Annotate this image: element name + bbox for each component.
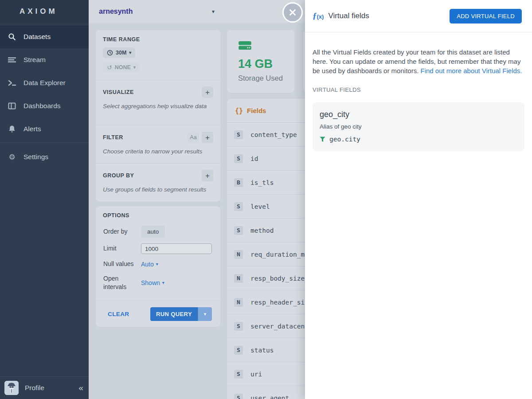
field-row[interactable]: Nreq_duration_ms [227, 243, 317, 266]
field-row[interactable]: Sid [227, 147, 317, 171]
field-type-badge: S [234, 346, 243, 355]
sidebar-item-alerts[interactable]: Alerts [0, 117, 89, 141]
virtual-fields-section-label: VIRTUAL FIELDS [313, 86, 524, 93]
options-card: OPTIONS Order by auto Limit Null values … [96, 206, 220, 327]
history-icon: ↺ [107, 64, 112, 71]
collapse-sidebar-icon[interactable]: « [78, 383, 83, 393]
open-intervals-select[interactable]: Shown ▾ [141, 279, 164, 286]
field-type-badge: S [234, 226, 243, 235]
field-type-badge: S [234, 370, 243, 379]
field-type-badge: B [234, 178, 243, 187]
bell-icon [7, 124, 17, 134]
virtual-fields-panel: ƒ(x) Virtual fields ADD VIRTUAL FIELD Al… [305, 0, 532, 399]
sidebar-item-label: Data Explorer [23, 79, 66, 87]
field-name: server_datacent [250, 323, 309, 330]
filter-funnel-icon [320, 137, 325, 142]
run-query-button[interactable]: RUN QUERY [150, 307, 198, 321]
storage-value: 14 GB [238, 57, 294, 71]
virtual-fields-docs-link[interactable]: Find out more about Virtual Fields. [420, 67, 522, 74]
field-row[interactable]: Suser_agent [227, 386, 317, 399]
field-row[interactable]: Scontent_type [227, 123, 317, 147]
field-name: resp_body_size_ [250, 275, 309, 282]
avatar[interactable] [4, 381, 19, 395]
axiom-app: AXIOM Datasets Stream Data Explorer [0, 0, 532, 399]
fields-panel-title: Fields [247, 107, 266, 114]
sidebar-item-settings[interactable]: ⚙ Settings [0, 145, 89, 168]
sidebar-item-label: Dashboards [23, 102, 61, 110]
add-visualization-button[interactable]: + [202, 86, 213, 98]
field-name: method [250, 227, 274, 234]
add-filter-button[interactable]: + [202, 132, 213, 143]
order-by-value[interactable]: auto [141, 226, 165, 238]
filter-section: FILTER Aa + Choose criteria to narrow yo… [96, 125, 220, 163]
sidebar-item-label: Stream [23, 56, 46, 64]
field-name: req_duration_ms [250, 251, 309, 258]
field-row[interactable]: Nresp_body_size_ [227, 266, 317, 290]
sidebar-item-label: Datasets [23, 33, 51, 41]
fields-panel: {} Fields Scontent_type Sid Bis_tls Slev… [227, 99, 317, 399]
section-title: OPTIONS [103, 212, 213, 219]
query-actions: CLEAR RUN QUERY ▾ [96, 301, 220, 327]
order-by-label: Order by [103, 227, 141, 236]
section-title: TIME RANGE [103, 36, 140, 43]
add-virtual-field-button[interactable]: ADD VIRTUAL FIELD [450, 9, 522, 23]
panel-title: Virtual fields [328, 12, 369, 20]
time-range-selector[interactable]: 30M ▾ [103, 47, 135, 58]
add-group-by-button[interactable]: + [202, 170, 213, 181]
field-row[interactable]: Suri [227, 362, 317, 386]
compare-time-selector[interactable]: ↺ NONE ▾ [103, 62, 140, 73]
field-row[interactable]: Slevel [227, 195, 317, 219]
sidebar-item-datasets[interactable]: Datasets [0, 25, 89, 48]
chevron-down-icon: ▾ [133, 65, 136, 70]
field-type-badge: S [234, 394, 243, 399]
run-query-dropdown-button[interactable]: ▾ [198, 307, 212, 321]
sidebar-item-label: Settings [23, 153, 48, 161]
clear-button[interactable]: CLEAR [108, 311, 129, 317]
section-hint: Choose criteria to narrow your results [103, 148, 213, 155]
section-title: VISUALIZE [103, 89, 134, 95]
stream-icon [7, 55, 17, 65]
open-intervals-label: Open intervals [103, 274, 141, 292]
close-panel-button[interactable] [282, 2, 303, 23]
sidebar-item-data-explorer[interactable]: Data Explorer [0, 71, 89, 94]
section-title: GROUP BY [103, 172, 134, 179]
field-name: level [250, 203, 270, 210]
virtual-field-card[interactable]: geo_city Alias of geo city geo.city [313, 102, 524, 151]
sidebar-item-stream[interactable]: Stream [0, 48, 89, 71]
panel-description: All the Virtual Fields created by your t… [313, 47, 524, 75]
time-range-section: TIME RANGE 30M ▾ ↺ NONE ▾ [96, 30, 220, 80]
null-values-select[interactable]: Auto ▾ [141, 261, 158, 268]
section-title: FILTER [103, 134, 123, 141]
null-values-label: Null values [103, 260, 141, 269]
limit-input[interactable] [141, 243, 212, 254]
case-sensitivity-button[interactable]: Aa [188, 132, 199, 143]
field-name: content_type [250, 131, 297, 138]
dataset-selector[interactable]: arnesynth [99, 8, 133, 16]
field-row[interactable]: Sstatus [227, 338, 317, 362]
field-type-badge: S [234, 322, 243, 331]
axiom-logo[interactable]: AXIOM [0, 0, 89, 23]
sidebar-item-dashboards[interactable]: Dashboards [0, 94, 89, 117]
visualize-section: VISUALIZE + Select aggregations help vis… [96, 80, 220, 125]
field-name: status [250, 347, 274, 354]
field-row[interactable]: Sserver_datacent [227, 314, 317, 338]
field-type-badge: S [234, 154, 243, 163]
field-row[interactable]: Smethod [227, 219, 317, 243]
clock-icon [107, 50, 113, 56]
virtual-field-alias: Alias of geo city [320, 123, 517, 130]
sidebar-item-label: Alerts [23, 125, 41, 133]
hard-drive-icon [238, 41, 252, 50]
query-builder-card: TIME RANGE 30M ▾ ↺ NONE ▾ VISUALIZE [96, 30, 220, 202]
chevron-down-icon[interactable]: ▾ [212, 9, 215, 14]
storage-stat-card: 14 GB Storage Used [227, 30, 294, 93]
function-icon: ƒ(x) [313, 11, 324, 21]
storage-label: Storage Used [238, 74, 294, 82]
field-type-badge: N [234, 274, 243, 283]
field-row[interactable]: Nresp_header_siz [227, 290, 317, 314]
field-type-badge: N [234, 250, 243, 259]
field-row[interactable]: Bis_tls [227, 171, 317, 195]
profile-row[interactable]: Profile « [0, 376, 89, 399]
field-type-badge: S [234, 130, 243, 139]
field-name: resp_header_siz [250, 299, 309, 306]
sidebar: AXIOM Datasets Stream Data Explorer [0, 0, 89, 399]
